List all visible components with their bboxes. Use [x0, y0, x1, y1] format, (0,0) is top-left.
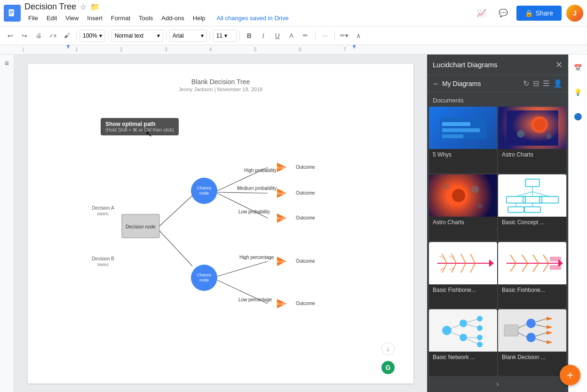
- svg-point-111: [526, 319, 536, 328]
- svg-point-106: [477, 335, 483, 340]
- panel-scroll-right[interactable]: ›: [427, 376, 568, 392]
- svg-point-105: [477, 325, 483, 331]
- print-button[interactable]: 🖨: [32, 29, 45, 42]
- svg-line-59: [516, 192, 532, 196]
- svg-line-109: [518, 323, 528, 328]
- diagram-card-network[interactable]: Basic Network ...: [429, 309, 497, 376]
- svg-line-17: [217, 192, 268, 193]
- menu-format[interactable]: Format: [107, 13, 134, 24]
- spellcheck-button[interactable]: ✓a: [46, 29, 59, 42]
- svg-text:Decision A: Decision A: [92, 205, 114, 211]
- menu-help[interactable]: Help: [189, 13, 209, 24]
- svg-line-77: [461, 263, 466, 273]
- svg-text:node: node: [199, 191, 209, 196]
- doc-title[interactable]: Decision Tree: [24, 2, 76, 12]
- paint-format-button[interactable]: 🖌: [60, 29, 73, 42]
- svg-point-53: [452, 189, 465, 202]
- list-icon[interactable]: ☰: [543, 79, 549, 88]
- diagram-card-decision[interactable]: Blank Decision ...: [498, 309, 566, 376]
- collapse-button[interactable]: ∧: [352, 29, 365, 42]
- thumb-concept: [498, 174, 566, 217]
- divider5: [239, 31, 240, 40]
- left-panel-icon[interactable]: ≡: [5, 59, 9, 68]
- menu-view[interactable]: View: [62, 13, 82, 24]
- thumb-fishbone1: [429, 242, 497, 284]
- bold-button[interactable]: B: [243, 29, 256, 42]
- font-chevron: ▾: [201, 32, 204, 39]
- svg-text:Decision B: Decision B: [92, 256, 114, 261]
- svg-point-101: [442, 326, 452, 335]
- diagram-svg: Decision node Decision A Metric Chance n…: [37, 92, 395, 365]
- trend-button[interactable]: 📈: [473, 5, 490, 22]
- share-label: Share: [536, 9, 553, 17]
- divider4: [210, 31, 210, 40]
- zoom-select[interactable]: 100% ▾: [79, 30, 105, 42]
- thumb-decision: [498, 309, 566, 352]
- svg-text:Endp.: Endp.: [278, 302, 286, 306]
- thumb-astro1: [498, 107, 566, 149]
- svg-line-116: [536, 339, 547, 342]
- underline-button[interactable]: U: [271, 29, 284, 42]
- folder-icon[interactable]: 📁: [90, 2, 100, 11]
- back-button[interactable]: ← My Diagrams: [433, 80, 481, 87]
- menu-tools[interactable]: Tools: [135, 13, 157, 24]
- svg-text:Metric: Metric: [97, 262, 109, 267]
- font-select[interactable]: Arial ▾: [169, 30, 207, 42]
- star-icon[interactable]: ☆: [80, 2, 87, 11]
- svg-text:Outcome: Outcome: [296, 259, 315, 264]
- comments-button[interactable]: 💬: [495, 5, 512, 22]
- scroll-to-bottom[interactable]: ↓: [381, 342, 395, 355]
- svg-rect-1: [10, 11, 13, 11]
- user-icon[interactable]: 👤: [553, 79, 563, 88]
- style-select[interactable]: Normal text ▾: [111, 30, 163, 42]
- svg-line-22: [217, 193, 268, 218]
- svg-line-29: [159, 231, 192, 266]
- diagram-card-concept[interactable]: Basic Concept ...: [498, 174, 566, 241]
- pen-button[interactable]: ✏▾: [338, 29, 351, 42]
- diagram-card-astro1[interactable]: Astro Charts: [498, 107, 566, 173]
- diagram-card-astro2[interactable]: Astro Charts: [429, 174, 497, 241]
- fontsize-select[interactable]: 11 ▾: [213, 30, 237, 42]
- doc-area[interactable]: Show optimal path (Hold Shift + ⌘ or Ctr…: [14, 55, 427, 392]
- grammarly-indicator[interactable]: G: [381, 361, 395, 374]
- share-button[interactable]: 🔒 Share: [516, 6, 562, 21]
- calendar-button[interactable]: 📅: [570, 59, 587, 76]
- italic-button[interactable]: I: [257, 29, 270, 42]
- menu-file[interactable]: File: [24, 13, 42, 24]
- undo-button[interactable]: ↩: [4, 29, 17, 42]
- card-fishbone1-label: Basic Fishbone...: [429, 284, 497, 297]
- menu-addons[interactable]: Add-ons: [158, 13, 188, 24]
- menu-edit[interactable]: Edit: [43, 13, 61, 24]
- svg-rect-66: [508, 207, 524, 212]
- svg-text:Decision node: Decision node: [126, 224, 156, 229]
- highlight-button[interactable]: ✏: [299, 29, 312, 42]
- fontsize-chevron: ▾: [224, 32, 227, 39]
- panel-header: Lucidchart Diagrams ✕: [427, 55, 568, 75]
- add-diagram-button[interactable]: +: [560, 365, 580, 385]
- textcolor-button[interactable]: A: [285, 29, 298, 42]
- diagram-grid: 5 Whys: [427, 107, 568, 376]
- svg-text:Outcome: Outcome: [296, 165, 315, 170]
- svg-rect-46: [442, 134, 463, 138]
- svg-line-61: [532, 192, 549, 196]
- more-button[interactable]: ···: [318, 29, 332, 42]
- svg-text:Endp.: Endp.: [278, 166, 286, 170]
- diagram-card-fishbone2[interactable]: Basic Fishbone...: [498, 242, 566, 309]
- menu-bar: File Edit View Insert Format Tools Add-o…: [24, 12, 293, 24]
- svg-text:Endp.: Endp.: [278, 192, 286, 196]
- user-avatar[interactable]: J: [566, 5, 583, 22]
- svg-line-33: [217, 261, 268, 276]
- menu-insert[interactable]: Insert: [83, 13, 106, 24]
- redo-button[interactable]: ↪: [18, 29, 31, 42]
- lucidchart-button[interactable]: 🔵: [570, 108, 587, 125]
- card-astro2-label: Astro Charts: [429, 217, 497, 229]
- filter-icon[interactable]: ⊟: [533, 79, 539, 88]
- diagram-card-fishbone1[interactable]: Basic Fishbone...: [429, 242, 497, 309]
- divider2: [108, 31, 109, 40]
- panel-close-button[interactable]: ✕: [555, 60, 563, 70]
- refresh-icon[interactable]: ↻: [523, 79, 529, 88]
- svg-marker-120: [547, 340, 553, 344]
- app-icon: [4, 5, 21, 22]
- diagram-card-5whys[interactable]: 5 Whys: [429, 107, 497, 173]
- lightbulb-button[interactable]: 💡: [570, 84, 587, 101]
